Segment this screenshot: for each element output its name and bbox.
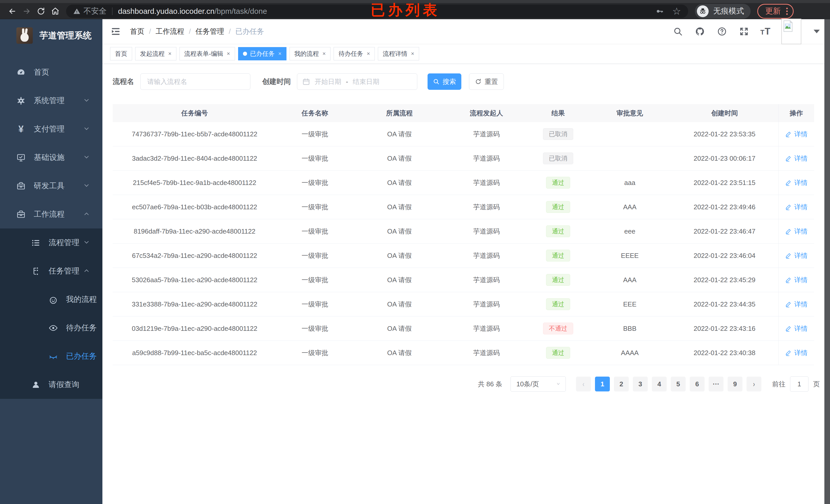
detail-link[interactable]: 详情 [785,227,808,236]
task-name: 一级审批 [277,130,353,139]
end-date-placeholder[interactable]: 结束日期 [353,77,379,86]
sidebar-item-my-process[interactable]: 我的流程 [0,285,102,314]
detail-link[interactable]: 详情 [785,178,808,187]
home-icon[interactable] [48,4,62,19]
incognito-label: 无痕模式 [713,6,744,16]
sidebar-item-workflow[interactable]: 工作流程 [0,200,102,229]
key-icon[interactable] [656,7,664,15]
security-label[interactable]: 不安全 [84,6,106,16]
breadcrumb-workflow[interactable]: 工作流程 [156,27,184,36]
tab-process-detail[interactable]: 流程详情× [378,47,419,60]
detail-link[interactable]: 详情 [785,154,808,163]
page-button-1[interactable]: 1 [595,377,610,392]
reset-button[interactable]: 重置 [469,73,504,90]
sidebar-collapse-icon[interactable] [110,26,121,37]
goto-page: 前往 1 页 [772,376,820,392]
sidebar-item-home[interactable]: 首页 [0,58,102,87]
page-button-5[interactable]: 5 [671,377,685,392]
task-create-time: 2022-01-22 23:46:47 [671,228,778,235]
task-starter: 芋道源码 [445,227,528,236]
sidebar-item-infra[interactable]: 基础设施 [0,143,102,172]
fullscreen-icon[interactable] [738,26,749,37]
date-range-picker[interactable]: 开始日期 - 结束日期 [297,73,417,90]
table-header-row: 任务编号 任务名称 所属流程 流程发起人 结果 审批意见 创建时间 操作 [113,104,814,122]
sidebar-item-leave-query[interactable]: 请假查询 [0,370,102,399]
status-badge: 通过 [546,201,570,213]
tab-done-tasks[interactable]: 已办任务× [238,47,286,60]
task-starter: 芋道源码 [445,178,528,187]
detail-link[interactable]: 详情 [785,130,808,139]
avatar[interactable] [781,19,801,44]
update-label[interactable]: 更新 [765,6,780,16]
task-result: 通过 [528,250,589,262]
close-icon[interactable]: × [323,51,326,57]
tab-start-process[interactable]: 发起流程× [135,47,177,60]
detail-link[interactable]: 详情 [785,324,808,333]
browser-menu-icon[interactable] [786,8,788,15]
table-row: 67c534a2-7b9a-11ec-a290-acde48001122一级审批… [113,243,814,268]
page-ellipsis[interactable]: ··· [709,377,724,392]
page-button-9[interactable]: 9 [728,377,742,392]
close-icon[interactable]: × [366,51,370,57]
avatar-caret-icon[interactable] [813,30,820,33]
reload-icon[interactable] [34,4,48,19]
font-size-icon[interactable]: TT [760,26,771,37]
url-domain[interactable]: dashboard.yudao.iocoder.cn [118,7,215,15]
edit-pencil-icon [785,301,792,307]
sidebar-item-task-mgmt[interactable]: 任务管理 [0,257,102,285]
page-button-4[interactable]: 4 [652,377,667,392]
close-icon[interactable]: × [168,51,171,57]
page-button-6[interactable]: 6 [690,377,705,392]
close-icon[interactable]: × [227,51,230,57]
start-date-placeholder[interactable]: 开始日期 [315,77,341,86]
search-button[interactable]: 搜索 [427,73,461,90]
github-icon[interactable] [694,26,706,37]
security-warning-icon[interactable] [73,8,84,15]
tab-home[interactable]: 首页 [110,47,132,60]
process-name-input[interactable]: 请输入流程名 [140,73,250,90]
tab-my-process[interactable]: 我的流程× [290,47,331,60]
bookmark-star-icon[interactable]: ☆ [672,6,681,16]
task-process: OA 请假 [353,130,445,139]
browser-update-button[interactable]: 更新 [757,4,794,19]
forward-icon[interactable] [20,4,34,19]
close-icon[interactable]: × [411,51,414,57]
search-icon[interactable] [672,26,683,37]
detail-link[interactable]: 详情 [785,300,808,309]
detail-link[interactable]: 详情 [785,203,808,211]
page-annotation-title: 已办列表 [371,1,440,20]
detail-link[interactable]: 详情 [785,251,808,260]
task-id: ec507ae6-7b9a-11ec-b03b-acde48001122 [113,203,277,211]
edit-pencil-icon [785,228,792,235]
help-icon[interactable] [716,26,728,37]
chevron-down-icon [83,125,90,133]
sidebar: 芋道管理系统 首页 系统管理 ¥ 支付管理 基础设施 [0,19,102,504]
breadcrumb-task-mgmt[interactable]: 任务管理 [196,27,224,36]
detail-link[interactable]: 详情 [785,275,808,284]
prev-page-button[interactable]: ‹ [576,377,591,392]
sidebar-item-todo-tasks[interactable]: 待办任务 [0,314,102,342]
sidebar-item-done-tasks[interactable]: 已办任务 [0,342,102,370]
sidebar-item-process-mgmt[interactable]: 流程管理 [0,229,102,257]
page-button-2[interactable]: 2 [614,377,629,392]
detail-link[interactable]: 详情 [785,348,808,358]
sidebar-item-payment[interactable]: ¥ 支付管理 [0,115,102,143]
breadcrumb-home[interactable]: 首页 [130,27,145,36]
tab-form-edit[interactable]: 流程表单-编辑× [180,47,235,60]
close-icon[interactable]: × [278,51,282,57]
page-size-select[interactable]: 10条/页 ˅ [510,376,566,392]
task-comment: EEEE [589,252,671,260]
back-icon[interactable] [5,4,20,19]
app-logo-row[interactable]: 芋道管理系统 [0,19,102,52]
url-path[interactable]: /bpm/task/done [215,7,267,15]
goto-page-input[interactable]: 1 [790,376,808,392]
eye-closed-icon [48,351,58,362]
sidebar-item-system[interactable]: 系统管理 [0,87,102,115]
tab-todo-tasks[interactable]: 待办任务× [333,47,375,60]
page-button-3[interactable]: 3 [633,377,648,392]
briefcase-icon [16,209,26,220]
app-title: 芋道管理系统 [39,30,92,41]
window-scrollbar[interactable] [824,19,830,504]
next-page-button[interactable]: › [746,377,761,392]
sidebar-item-devtools[interactable]: 研发工具 [0,172,102,200]
